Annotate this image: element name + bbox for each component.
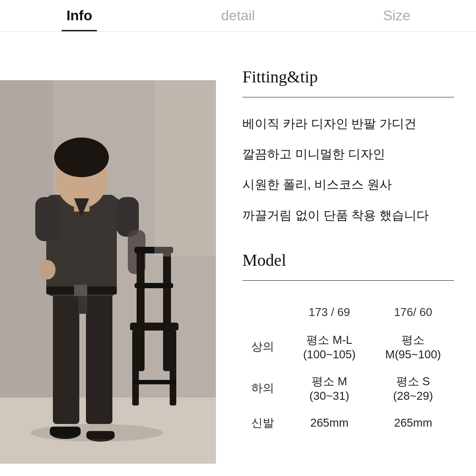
- model-row-bottom: 하의 평소 M (30~31) 평소 S (28~29): [242, 368, 454, 409]
- model-row-bottom-label: 하의: [242, 368, 286, 409]
- svg-rect-31: [154, 80, 216, 257]
- model-row-top-col2: 평소 M(95~100): [372, 326, 454, 368]
- model-row-shoes: 신발 265mm 265mm: [242, 409, 454, 437]
- tab-size[interactable]: Size: [317, 0, 476, 31]
- model-row-bottom-col2: 평소 S (28~29): [372, 368, 454, 409]
- tab-info[interactable]: Info: [0, 0, 159, 31]
- svg-rect-4: [53, 292, 79, 424]
- model-table: 173 / 69 176/ 60 상의 평소 M-L (100~105) 평소 …: [242, 298, 454, 437]
- svg-rect-28: [132, 331, 139, 405]
- model-row-bottom-col1: 평소 M (30~31): [286, 368, 372, 409]
- model-title: Model: [242, 250, 454, 270]
- fitting-section: Fitting&tip 베이직 카라 디자인 반팔 가디건 깔끔하고 미니멀한 …: [242, 67, 454, 224]
- svg-rect-30: [132, 380, 176, 384]
- model-row-shoes-col2: 265mm: [372, 409, 454, 437]
- model-table-header-row: 173 / 69 176/ 60: [242, 298, 454, 326]
- svg-rect-17: [74, 285, 87, 296]
- svg-rect-29: [170, 331, 176, 405]
- fitting-title: Fitting&tip: [242, 67, 454, 86]
- svg-point-13: [54, 138, 109, 177]
- tab-info-label: Info: [67, 7, 93, 24]
- model-col-1: 173 / 69: [286, 298, 372, 326]
- fitting-item-2: 깔끔하고 미니멀한 디자인: [242, 145, 454, 163]
- model-section: Model 173 / 69 176/ 60 상의 평소 M-L (100~10…: [242, 250, 454, 437]
- model-divider: [242, 280, 454, 281]
- model-row-top: 상의 평소 M-L (100~105) 평소 M(95~100): [242, 326, 454, 368]
- product-figure-svg: [0, 80, 216, 464]
- fitting-item-1: 베이직 카라 디자인 반팔 가디건: [242, 115, 454, 132]
- model-row-top-label: 상의: [242, 326, 286, 368]
- fitting-divider: [242, 97, 454, 97]
- svg-rect-9: [35, 197, 60, 241]
- svg-rect-5: [86, 292, 112, 424]
- model-row-shoes-col1: 265mm: [286, 409, 372, 437]
- tab-bar: Info detail Size: [0, 0, 476, 32]
- svg-rect-20: [50, 427, 81, 435]
- svg-rect-22: [86, 431, 115, 439]
- info-panel: Fitting&tip 베이직 카라 디자인 반팔 가디건 깔끔하고 미니멀한 …: [216, 32, 476, 476]
- tab-detail[interactable]: detail: [159, 0, 317, 31]
- model-row-shoes-label: 신발: [242, 409, 286, 437]
- model-col-label: [242, 298, 286, 326]
- fitting-item-3: 시원한 폴리, 비스코스 원사: [242, 176, 454, 193]
- svg-rect-26: [134, 283, 173, 288]
- main-content: Fitting&tip 베이직 카라 디자인 반팔 가디건 깔끔하고 미니멀한 …: [0, 32, 476, 476]
- fitting-item-4: 까끌거림 없이 단품 착용 했습니다: [242, 207, 454, 224]
- model-row-top-col1: 평소 M-L (100~105): [286, 326, 372, 368]
- product-image: [0, 80, 216, 464]
- svg-rect-27: [130, 323, 178, 331]
- fitting-list: 베이직 카라 디자인 반팔 가디건 깔끔하고 미니멀한 디자인 시원한 폴리, …: [242, 115, 454, 224]
- svg-point-18: [40, 260, 56, 279]
- tab-size-label: Size: [383, 7, 410, 24]
- tab-detail-label: detail: [221, 7, 255, 24]
- product-image-bg: [0, 80, 216, 464]
- model-col-2: 176/ 60: [372, 298, 454, 326]
